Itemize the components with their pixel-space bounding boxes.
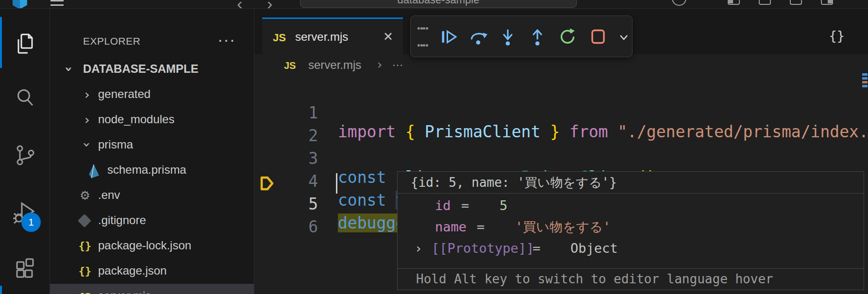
- text-cursor: [336, 173, 337, 194]
- step-out-button[interactable]: [528, 27, 547, 47]
- code-line: 2: [254, 105, 868, 128]
- breadcrumb-symbol[interactable]: …: [392, 55, 403, 69]
- toggle-panel-icon[interactable]: [759, 0, 771, 5]
- explorer-sidebar: EXPLORER ··· › DATABASE-SAMPLE › generat…: [50, 9, 254, 294]
- step-over-button[interactable]: [468, 27, 488, 47]
- current-stack-frame-icon: [260, 175, 274, 192]
- search-icon: [13, 86, 38, 111]
- hover-footer-hint: Hold Alt key to switch to editor languag…: [398, 268, 864, 290]
- property-value: Object: [570, 238, 618, 259]
- chevron-right-icon: ›: [377, 57, 382, 72]
- line-number: 6: [299, 215, 318, 238]
- tree-item-schema-prisma[interactable]: schema.prisma: [50, 158, 254, 183]
- tab-server-mjs[interactable]: JS server.mjs ✕: [262, 17, 403, 54]
- chevron-down-icon: ›: [80, 142, 95, 147]
- tree-item-label: server.mjs: [98, 289, 151, 294]
- app-logo-icon: [12, 0, 28, 9]
- tree-item-prisma[interactable]: › prisma: [50, 132, 254, 158]
- tree-item-package-json[interactable]: {} package.json: [50, 259, 254, 284]
- braces-action-icon[interactable]: {}: [829, 28, 845, 43]
- nav-forward-icon[interactable]: ›: [267, 0, 272, 9]
- debug-hover-tooltip: {id: 5, name: '買い物をする'} id = 5 name = '買…: [397, 171, 864, 290]
- debug-toolbar: [410, 16, 633, 57]
- property-row-name[interactable]: name = '買い物をする': [398, 216, 864, 238]
- expand-chevron-icon[interactable]: ›: [416, 238, 421, 259]
- json-icon: {}: [78, 239, 92, 253]
- explorer-title: EXPLORER: [83, 35, 140, 47]
- title-bar: ‹ › database-sample: [0, 0, 868, 9]
- restart-button[interactable]: [558, 27, 577, 47]
- menu-icon[interactable]: [50, 0, 64, 9]
- tree-item-env[interactable]: ⚙ .env: [50, 183, 254, 208]
- property-row-prototype[interactable]: › [[Prototype]] = Object: [398, 238, 864, 259]
- tree-item-server-mjs[interactable]: JS server.mjs: [50, 284, 254, 294]
- property-value: 5: [500, 195, 507, 216]
- hover-summary-text: {id: 5, name: '買い物をする'}: [411, 175, 617, 190]
- code-line: 3 const client = new PrismaClient();: [254, 128, 868, 151]
- tree-item-package-lock[interactable]: {} package-lock.json: [50, 233, 254, 259]
- code-line: 1 import { PrismaClient } from "./genera…: [254, 82, 868, 105]
- equals-sign: =: [533, 238, 540, 259]
- hover-footer-text: Hold Alt key to switch to editor languag…: [416, 272, 773, 286]
- hover-properties: id = 5 name = '買い物をする' › [[Prototype]] =…: [398, 194, 864, 269]
- property-row-id[interactable]: id = 5: [398, 195, 864, 216]
- tree-item-root[interactable]: › DATABASE-SAMPLE: [50, 57, 254, 82]
- chevron-right-icon: ›: [84, 87, 90, 102]
- tab-label: server.mjs: [295, 30, 348, 44]
- sidebar-item-explorer[interactable]: [13, 31, 38, 56]
- property-name: id: [435, 195, 451, 216]
- command-center[interactable]: database-sample: [300, 0, 577, 8]
- json-icon: {}: [78, 264, 92, 278]
- toggle-sidebar-icon[interactable]: [728, 0, 740, 5]
- step-into-button[interactable]: [498, 27, 517, 47]
- minimap[interactable]: [862, 72, 868, 106]
- sidebar-item-search[interactable]: [13, 86, 38, 111]
- continue-button[interactable]: [439, 27, 458, 47]
- explorer-header: EXPLORER ···: [50, 30, 254, 54]
- hover-summary: {id: 5, name: '買い物をする'}: [398, 172, 864, 194]
- drag-handle[interactable]: [417, 27, 428, 47]
- tree-item-label: schema.prisma: [107, 163, 186, 177]
- tree-item-node-modules[interactable]: › node_modules: [50, 107, 254, 132]
- tree-item-label: prisma: [98, 138, 133, 151]
- customize-layout-icon[interactable]: [821, 0, 833, 5]
- tree-item-label: node_modules: [98, 113, 174, 126]
- tree-item-label: package.json: [98, 264, 167, 278]
- activity-bar: 1: [0, 9, 50, 294]
- property-value: '買い物をする': [515, 216, 611, 238]
- gear-icon: ⚙: [78, 188, 92, 203]
- extensions-icon: [13, 257, 38, 282]
- tree-item-label: generated: [98, 87, 150, 101]
- close-icon[interactable]: ✕: [383, 30, 393, 44]
- tree-item-generated[interactable]: › generated: [50, 82, 254, 107]
- nav-back-icon[interactable]: ‹: [237, 0, 242, 9]
- tree-item-gitignore[interactable]: .gitignore: [50, 208, 254, 233]
- code-line: 4 const todos = await client.todo.create…: [254, 151, 868, 174]
- equals-sign: =: [477, 216, 484, 238]
- command-center-label: database-sample: [398, 0, 480, 6]
- tree-item-label: DATABASE-SAMPLE: [83, 62, 199, 76]
- sidebar-item-source-control[interactable]: [13, 143, 38, 168]
- tree-item-label: .gitignore: [98, 213, 146, 227]
- js-icon: JS: [273, 31, 286, 45]
- active-view-indicator: [0, 17, 2, 68]
- toggle-secondary-sidebar-icon[interactable]: [790, 0, 802, 5]
- source-control-icon: [13, 143, 38, 168]
- js-icon: JS: [78, 289, 92, 294]
- breadcrumb-file[interactable]: server.mjs: [308, 58, 361, 72]
- git-icon: [78, 214, 91, 228]
- tree-item-label: .env: [98, 188, 120, 202]
- chevron-down-icon: ›: [62, 66, 77, 72]
- debug-dropdown-chevron-icon[interactable]: [618, 32, 629, 43]
- stop-button[interactable]: [588, 27, 608, 47]
- equals-sign: =: [461, 195, 469, 216]
- prisma-icon: [87, 163, 102, 178]
- js-icon: JS: [284, 58, 296, 73]
- account-icon[interactable]: [672, 0, 686, 6]
- more-actions-icon[interactable]: ···: [217, 30, 235, 49]
- vscode-window: ‹ › database-sample: [0, 0, 868, 294]
- breadcrumb: JS server.mjs › …: [254, 54, 868, 78]
- debug-badge: 1: [21, 212, 41, 232]
- files-icon: [13, 31, 38, 56]
- sidebar-item-extensions[interactable]: [13, 257, 38, 282]
